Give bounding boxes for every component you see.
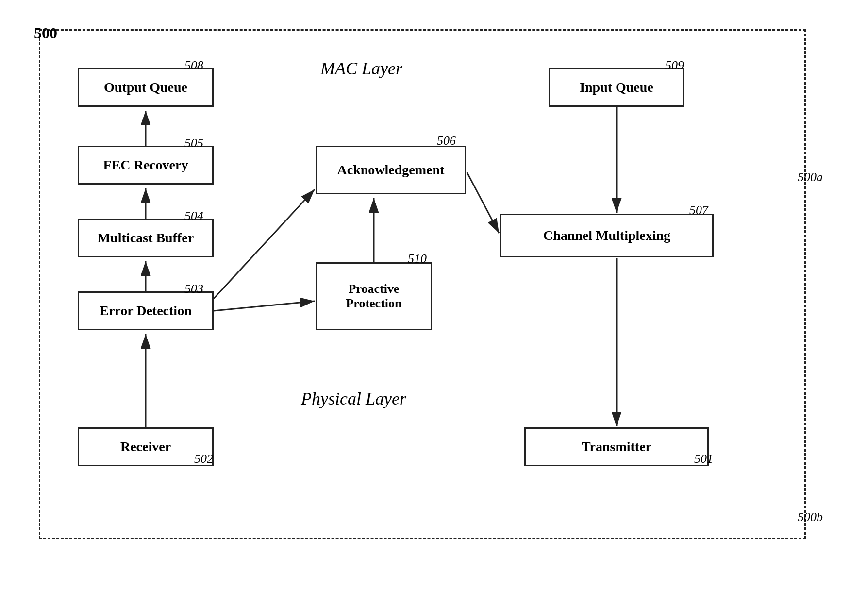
diagram-id: 500 [34, 24, 57, 42]
input-queue-box: Input Queue [549, 68, 684, 107]
acknowledgement-box: Acknowledgement [316, 146, 466, 194]
transmitter-box: Transmitter [524, 427, 709, 466]
input-queue-ref: 509 [665, 58, 684, 73]
channel-multiplexing-box: Channel Multiplexing [500, 214, 714, 257]
proactive-protection-ref: 510 [408, 252, 427, 266]
fec-recovery-box: FEC Recovery [78, 146, 214, 185]
error-detection-ref: 503 [184, 282, 203, 296]
channel-multiplexing-ref: 507 [689, 203, 708, 218]
proactive-protection-box: Proactive Protection [316, 262, 432, 330]
multicast-buffer-box: Multicast Buffer [78, 219, 214, 257]
receiver-ref: 502 [194, 452, 213, 466]
sublabel-b: 500b [798, 510, 823, 525]
receiver-box: Receiver [78, 427, 214, 466]
error-detection-box: Error Detection [78, 291, 214, 330]
fec-recovery-ref: 505 [184, 136, 203, 151]
sublabel-a: 500a [798, 170, 823, 185]
mac-layer-label: MAC Layer [320, 58, 402, 79]
diagram-container: 500 MAC Layer Physical Layer 500a 500b O… [39, 29, 825, 563]
acknowledgement-ref: 506 [437, 134, 456, 148]
transmitter-ref: 501 [694, 452, 713, 466]
output-queue-box: Output Queue [78, 68, 214, 107]
multicast-buffer-ref: 504 [184, 209, 203, 223]
physical-layer-label: Physical Layer [301, 389, 406, 409]
output-queue-ref: 508 [184, 58, 203, 73]
